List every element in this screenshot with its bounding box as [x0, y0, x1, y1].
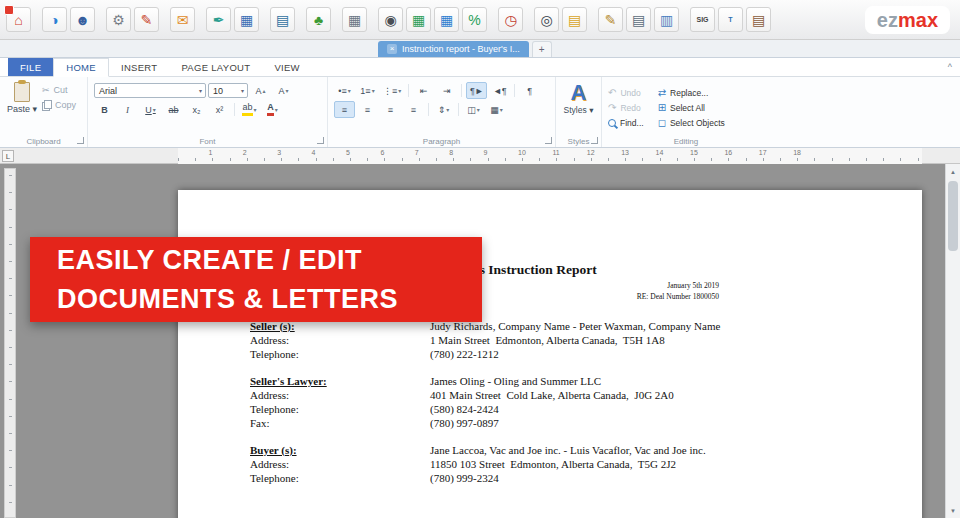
shading-button[interactable]: ◫▾: [463, 101, 484, 118]
calendar-icon[interactable]: ▦: [342, 7, 367, 32]
select-objects-button[interactable]: ◻ Select Objects: [658, 115, 725, 130]
horizontal-ruler[interactable]: L 123456789101112131415161718: [0, 148, 960, 164]
field-value[interactable]: James Oling - Oling and Summer LLC: [430, 374, 730, 388]
strikethrough-button[interactable]: ab: [163, 101, 184, 118]
superscript-button[interactable]: x²: [209, 101, 230, 118]
field-value[interactable]: (780) 222-1212: [430, 347, 730, 361]
select-all-label: Select All: [670, 103, 705, 113]
scroll-up-icon[interactable]: ▲: [946, 164, 960, 179]
spreadsheet-icon[interactable]: ▦: [406, 7, 431, 32]
leaf-document-icon[interactable]: ♣: [306, 7, 331, 32]
binoculars-icon[interactable]: ◉: [378, 7, 403, 32]
users-icon[interactable]: ☻: [70, 7, 95, 32]
field-value[interactable]: 11850 103 Street Edmonton, Alberta Canad…: [430, 457, 730, 471]
field-value[interactable]: 1 Main Street Edmonton, Alberta Canada, …: [430, 333, 730, 347]
ltr-text-button[interactable]: ¶►: [466, 82, 487, 99]
replace-icon: ⇄: [658, 87, 666, 98]
new-tab-button[interactable]: +: [532, 41, 552, 57]
tab-view[interactable]: VIEW: [262, 58, 311, 76]
grow-font-button[interactable]: A▴: [250, 82, 271, 99]
field-value[interactable]: Jane Laccoa, Vac and Joe inc. - Luis Vac…: [430, 443, 730, 457]
rtl-text-button[interactable]: ◄¶: [489, 82, 510, 99]
align-right-button[interactable]: ≡: [380, 101, 401, 118]
highlight-color-button[interactable]: ab▾: [239, 101, 260, 118]
subscript-button[interactable]: x₂: [186, 101, 207, 118]
replace-button[interactable]: ⇄ Replace...: [658, 85, 725, 100]
ezmax-app: ⌂◑☻⚙✎✉✒▦▤♣▦◉▦▦%◷◎▤✎▤▥SIGT▤ ezmax × Instr…: [0, 0, 960, 518]
field-value[interactable]: 401 Main Street Cold Lake, Alberta Canad…: [430, 388, 730, 402]
pens-icon[interactable]: ✒: [206, 7, 231, 32]
tab-close-icon[interactable]: ×: [387, 44, 397, 54]
underline-button[interactable]: U▾: [140, 101, 161, 118]
font-size-select[interactable]: 10▾: [208, 83, 248, 98]
clock-icon[interactable]: ◷: [498, 7, 523, 32]
align-center-button[interactable]: ≡: [357, 101, 378, 118]
tab-insert[interactable]: INSERT: [109, 58, 169, 76]
field-value[interactable]: (580) 824-2424: [430, 402, 730, 416]
redo-button[interactable]: ↷ Redo: [608, 100, 644, 115]
line-spacing-button[interactable]: ⇕▾: [433, 101, 454, 118]
paste-button[interactable]: Paste ▾: [6, 81, 38, 114]
table-icon[interactable]: ▦: [434, 7, 459, 32]
styles-gallery-button[interactable]: A Styles ▾: [562, 81, 595, 115]
signature-icon[interactable]: SIG: [690, 7, 715, 32]
cards-icon[interactable]: ▥: [654, 7, 679, 32]
template-icon[interactable]: T: [718, 7, 743, 32]
ruler-track[interactable]: 123456789101112131415161718: [178, 148, 922, 164]
font-color-button[interactable]: A▾: [262, 101, 283, 118]
building-icon[interactable]: ▦: [234, 7, 259, 32]
percent-icon[interactable]: %: [462, 7, 487, 32]
font-family-select[interactable]: Arial▾: [94, 83, 206, 98]
clipboard-dialog-launcher-icon[interactable]: [77, 137, 84, 144]
doc-row: Address: 1 Main Street Edmonton, Alberta…: [250, 333, 747, 347]
shrink-font-button[interactable]: A▾: [273, 82, 294, 99]
justify-button[interactable]: ≡: [403, 101, 424, 118]
calculator-icon[interactable]: ▤: [270, 7, 295, 32]
home-icon[interactable]: ⌂: [6, 7, 31, 32]
increase-indent-button[interactable]: ⇥: [436, 82, 457, 99]
edit-icon[interactable]: ✎: [598, 7, 623, 32]
cut-button[interactable]: ✂ Cut: [42, 84, 76, 96]
show-marks-button[interactable]: ¶: [519, 82, 540, 99]
app-toolbar-icons: ⌂◑☻⚙✎✉✒▦▤♣▦◉▦▦%◷◎▤✎▤▥SIGT▤: [6, 7, 865, 32]
align-left-button[interactable]: ≡: [334, 101, 355, 118]
tab-file[interactable]: FILE: [8, 58, 53, 76]
multilevel-list-button[interactable]: ⋮≡▾: [380, 82, 404, 99]
field-value[interactable]: (780) 999-2324: [430, 471, 730, 485]
mail-icon[interactable]: ✉: [170, 7, 195, 32]
seller-section: Seller (s): Judy Richards, Company Name …: [250, 319, 747, 361]
settings-icon[interactable]: ⚙: [106, 7, 131, 32]
search-icon[interactable]: ◎: [534, 7, 559, 32]
note-icon[interactable]: ▤: [562, 7, 587, 32]
vertical-ruler[interactable]: [4, 168, 16, 518]
brush-icon[interactable]: ✎: [134, 7, 159, 32]
promo-banner-line1: EASILY CREATE / EDIT: [57, 241, 482, 280]
numbering-button[interactable]: 1≡▾: [357, 82, 378, 99]
decrease-indent-button[interactable]: ⇤: [413, 82, 434, 99]
select-all-button[interactable]: ⊞ Select All: [658, 100, 725, 115]
ruler-number: 17: [759, 149, 767, 156]
replace-label: Replace...: [670, 88, 708, 98]
styles-dialog-launcher-icon[interactable]: [591, 137, 598, 144]
vertical-scrollbar[interactable]: ▲ ▼: [945, 164, 960, 518]
document-tab[interactable]: × Instruction report - Buyer's I...: [378, 41, 529, 57]
font-dialog-launcher-icon[interactable]: [317, 137, 324, 144]
scroll-down-icon[interactable]: ▼: [946, 503, 960, 518]
tab-home[interactable]: HOME: [53, 58, 109, 77]
borders-button[interactable]: ▦▾: [486, 101, 507, 118]
italic-button[interactable]: I: [117, 101, 138, 118]
undo-button[interactable]: ↶ Undo: [608, 85, 644, 100]
bullets-button[interactable]: •≡▾: [334, 82, 355, 99]
scrollbar-thumb[interactable]: [948, 181, 958, 251]
find-button[interactable]: Find...: [608, 115, 644, 130]
field-value[interactable]: (780) 997-0897: [430, 416, 730, 430]
tab-page-layout[interactable]: PAGE LAYOUT: [169, 58, 262, 76]
contacts-icon[interactable]: ◑: [42, 7, 67, 32]
bold-button[interactable]: B: [94, 101, 115, 118]
printer-icon[interactable]: ▤: [626, 7, 651, 32]
paragraph-dialog-launcher-icon[interactable]: [545, 137, 552, 144]
books-icon[interactable]: ▤: [746, 7, 771, 32]
tab-stop-selector[interactable]: L: [2, 150, 14, 162]
collapse-ribbon-button[interactable]: ^: [948, 58, 952, 76]
copy-button[interactable]: Copy: [42, 99, 76, 111]
